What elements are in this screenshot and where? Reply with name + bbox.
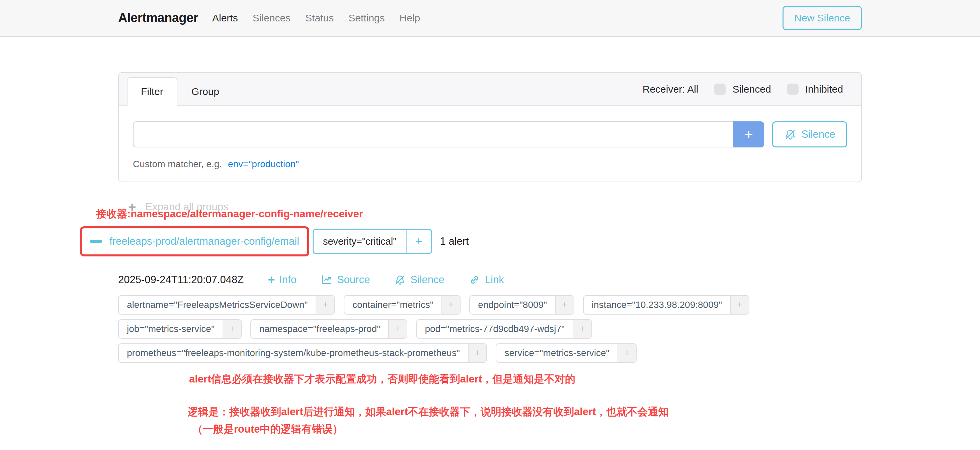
alert-label-pill: service="metrics-service" + — [496, 343, 636, 363]
bell-slash-icon — [784, 128, 797, 141]
alert-action-link-label: Link — [485, 274, 504, 286]
alert-action-info-label: Info — [279, 274, 296, 286]
add-filter-plus-icon[interactable]: + — [316, 296, 334, 314]
annotation-alert-note: alert信息必须在接收器下才表示配置成功，否则即使能看到alert，但是通知是… — [189, 372, 575, 386]
navbar: Alertmanager Alerts Silences Status Sett… — [0, 0, 980, 37]
alert-label-pill: pod="metrics-77d9cdb497-wdsj7" + — [416, 319, 592, 339]
custom-matcher-hint: Custom matcher, e.g. env="production" — [133, 159, 847, 170]
silenced-checkbox-label: Silenced — [732, 84, 771, 95]
alert-label-pill: namespace="freeleaps-prod" + — [250, 319, 407, 339]
info-plus-icon: + — [268, 274, 275, 286]
nav-item-help[interactable]: Help — [399, 13, 420, 24]
nav-item-settings[interactable]: Settings — [348, 13, 385, 24]
add-filter-plus-icon[interactable]: + — [555, 296, 574, 314]
add-matcher-button[interactable]: + — [733, 121, 764, 147]
alert-detail: 2025-09-24T11:20:07.048Z + Info Source — [118, 274, 862, 368]
alert-label-pill: container="metrics" + — [344, 295, 461, 315]
silence-filter-button[interactable]: Silence — [772, 121, 847, 147]
alert-action-source-label: Source — [337, 274, 370, 286]
annotation-logic-note-line1: 逻辑是：接收器收到alert后进行通知，如果alert不在接收器下，说明接收器没… — [188, 405, 668, 419]
group-receiver-link[interactable]: freeleaps-prod/alertmanager-config/email — [110, 235, 299, 247]
alert-action-source[interactable]: Source — [321, 274, 370, 286]
inhibited-checkbox[interactable] — [787, 84, 799, 95]
group-matcher-add-button[interactable]: + — [406, 230, 431, 253]
matcher-input[interactable] — [133, 121, 733, 147]
alert-group-row: freeleaps-prod/alertmanager-config/email… — [80, 227, 862, 257]
add-filter-plus-icon[interactable]: + — [223, 320, 241, 338]
alert-label-text: alertname="FreeleapsMetricsServiceDown" — [119, 296, 316, 314]
matcher-input-group: + — [133, 121, 764, 147]
add-filter-plus-icon[interactable]: + — [730, 296, 749, 314]
add-filter-plus-icon[interactable]: + — [388, 320, 407, 338]
alert-label-text: namespace="freeleaps-prod" — [251, 320, 388, 338]
alert-label-pill: prometheus="freeleaps-monitoring-system/… — [118, 343, 487, 363]
alert-action-link[interactable]: Link — [469, 274, 504, 286]
alert-label-text: pod="metrics-77d9cdb497-wdsj7" — [417, 320, 573, 338]
nav-item-status[interactable]: Status — [305, 13, 334, 24]
annotation-logic-note-line2: （一般是route中的逻辑有错误） — [192, 422, 343, 436]
alert-action-info[interactable]: + Info — [268, 274, 296, 286]
add-filter-plus-icon[interactable]: + — [441, 296, 460, 314]
app-brand[interactable]: Alertmanager — [118, 11, 198, 25]
annotation-red-box: freeleaps-prod/alertmanager-config/email — [80, 227, 309, 257]
filter-card-header: Filter Group Receiver: All Silenced Inhi… — [119, 73, 861, 106]
alert-label-pill: instance="10.233.98.209:8009" + — [583, 295, 749, 315]
new-silence-button[interactable]: New Silence — [783, 6, 862, 30]
alert-label-text: service="metrics-service" — [496, 344, 617, 362]
silence-filter-button-label: Silence — [801, 128, 835, 140]
hint-example-link[interactable]: env="production" — [228, 159, 299, 169]
alert-action-silence[interactable]: Silence — [394, 274, 444, 286]
link-icon — [469, 274, 480, 286]
group-matcher-chip: severity="critical" + — [313, 229, 432, 254]
filter-card: Filter Group Receiver: All Silenced Inhi… — [118, 72, 862, 182]
silenced-checkbox-item[interactable]: Silenced — [714, 84, 771, 95]
alert-label-text: endpoint="8009" — [470, 296, 555, 314]
inhibited-checkbox-label: Inhibited — [805, 84, 843, 95]
tab-group[interactable]: Group — [177, 77, 233, 106]
group-alert-count: 1 alert — [440, 235, 469, 247]
inhibited-checkbox-item[interactable]: Inhibited — [787, 84, 843, 95]
alert-labels: alertname="FreeleapsMetricsServiceDown" … — [118, 295, 862, 368]
alert-timestamp: 2025-09-24T11:20:07.048Z — [118, 274, 243, 286]
alert-label-text: container="metrics" — [344, 296, 441, 314]
alert-label-pill: alertname="FreeleapsMetricsServiceDown" … — [118, 295, 335, 315]
hint-prefix: Custom matcher, e.g. — [133, 159, 222, 169]
add-filter-plus-icon[interactable]: + — [573, 320, 592, 338]
alert-label-text: prometheus="freeleaps-monitoring-system/… — [119, 344, 468, 362]
chart-line-icon — [321, 274, 333, 286]
alert-label-pill: job="metrics-service" + — [118, 319, 242, 339]
alert-action-silence-label: Silence — [410, 274, 444, 286]
add-filter-plus-icon[interactable]: + — [617, 344, 636, 362]
alert-label-text: job="metrics-service" — [119, 320, 223, 338]
nav-item-alerts[interactable]: Alerts — [212, 13, 238, 24]
alert-label-text: instance="10.233.98.209:8009" — [584, 296, 730, 314]
receiver-dropdown[interactable]: Receiver: All — [643, 84, 698, 95]
alert-label-pill: endpoint="8009" + — [469, 295, 574, 315]
nav-item-silences[interactable]: Silences — [253, 13, 291, 24]
add-filter-plus-icon[interactable]: + — [468, 344, 487, 362]
bell-slash-icon — [394, 274, 406, 286]
annotation-receiver-note: 接收器:namespace/altermanager-config-name/r… — [96, 207, 363, 221]
collapse-minus-icon — [90, 240, 102, 243]
group-matcher-text: severity="critical" — [313, 230, 406, 253]
silenced-checkbox[interactable] — [714, 84, 725, 95]
filter-card-body: + Silence Custom matcher, e.g. env="prod… — [119, 106, 861, 182]
tab-filter[interactable]: Filter — [127, 77, 177, 106]
